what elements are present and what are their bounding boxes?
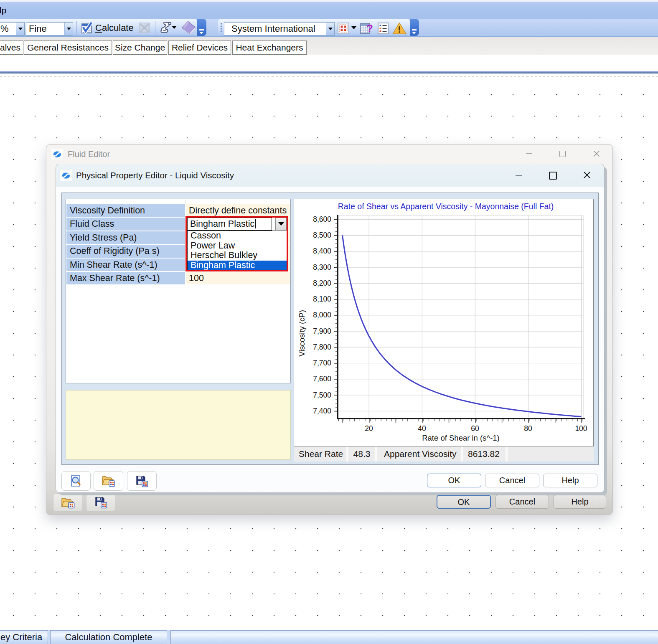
- svg-text:8,600: 8,600: [313, 215, 331, 223]
- svg-text:Viscosity (cP): Viscosity (cP): [297, 310, 306, 357]
- svg-text:100: 100: [575, 424, 587, 433]
- svg-text:7,600: 7,600: [313, 375, 331, 383]
- svg-text:80: 80: [524, 424, 532, 433]
- svg-text:7,700: 7,700: [313, 359, 331, 367]
- svg-text:Rate of Shear in (s^-1): Rate of Shear in (s^-1): [422, 434, 500, 442]
- svg-text:8,500: 8,500: [313, 231, 331, 239]
- svg-text:8,200: 8,200: [313, 279, 331, 287]
- svg-text:7,500: 7,500: [313, 391, 331, 399]
- svg-text:7,800: 7,800: [313, 343, 331, 351]
- svg-text:Rate of Shear vs Apparent Visc: Rate of Shear vs Apparent Viscosity - Ma…: [338, 202, 554, 211]
- svg-text:60: 60: [471, 424, 479, 433]
- svg-text:7,400: 7,400: [313, 407, 331, 415]
- svg-text:7,900: 7,900: [313, 327, 331, 335]
- svg-text:8,000: 8,000: [313, 311, 331, 319]
- svg-text:40: 40: [418, 424, 426, 433]
- svg-text:8,300: 8,300: [313, 263, 331, 271]
- svg-text:8,100: 8,100: [313, 295, 331, 303]
- svg-text:?: ?: [366, 22, 373, 35]
- svg-text:8,400: 8,400: [313, 247, 331, 255]
- svg-text:20: 20: [365, 424, 373, 433]
